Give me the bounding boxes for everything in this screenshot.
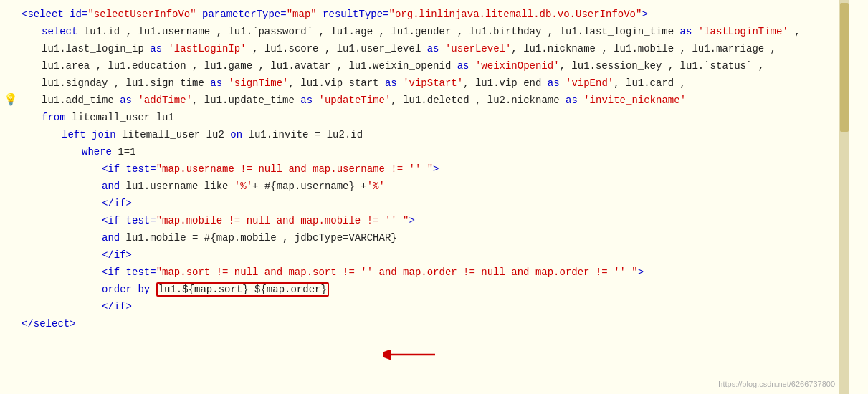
code-token: , lu1.update_time <box>192 95 300 106</box>
code-token: where <box>82 146 112 158</box>
code-token: 'signTime' <box>228 77 288 89</box>
code-token: `status` <box>704 60 752 72</box>
code-line: lu1.signday , lu1.sign_time as 'signTime… <box>0 75 849 92</box>
code-token: as <box>300 95 313 106</box>
line-content: <select id="selectUserInfoVo" parameterT… <box>22 6 849 22</box>
code-token: lu1.invite = lu2.id <box>242 129 363 140</box>
code-token: 'addTime' <box>138 95 192 106</box>
code-token: 'lastLoginIp' <box>168 43 246 54</box>
code-token: > <box>642 9 647 20</box>
line-content: <if test="map.username != null and map.u… <box>22 161 849 177</box>
code-token: as <box>566 95 578 106</box>
code-token: "map.mobile != null and map.mobile != ''… <box>156 215 409 226</box>
code-line: <if test="map.username != null and map.u… <box>0 160 849 178</box>
code-token: select <box>42 26 77 37</box>
code-line: </if> <box>0 298 849 315</box>
code-token: <if test= <box>102 266 156 278</box>
code-token <box>313 95 318 106</box>
line-content: and lu1.mobile = #{map.mobile , jdbcType… <box>22 230 849 246</box>
scrollbar-thumb[interactable] <box>840 3 849 132</box>
code-line: left join litemall_user lu2 on lu1.invit… <box>0 126 849 143</box>
line-content: <if test="map.mobile != null and map.mob… <box>22 213 849 229</box>
code-token: as <box>120 95 132 106</box>
line-content: <if test="map.sort != null and map.sort … <box>22 264 849 280</box>
line-content: </if> <box>22 247 849 263</box>
line-content: lu1.signday , lu1.sign_time as 'signTime… <box>22 75 849 91</box>
code-token: order by <box>102 284 156 295</box>
code-token <box>439 43 445 54</box>
line-content: </if> <box>22 299 849 314</box>
arrow-annotation <box>383 345 441 365</box>
code-token: </if> <box>102 301 132 312</box>
code-token: , lu1.vip_start <box>288 77 384 89</box>
code-token: lu1.username like <box>120 181 234 192</box>
code-line: select lu1.id , lu1.username , lu1.`pass… <box>0 23 849 40</box>
code-token: 'vipEnd' <box>566 77 614 89</box>
code-token: <if test= <box>102 215 156 226</box>
code-line: where 1=1 <box>0 143 849 160</box>
code-token: as <box>427 43 439 54</box>
code-line: </if> <box>0 195 849 212</box>
vertical-scrollbar[interactable] <box>839 0 849 394</box>
code-token: , lu1.card , <box>614 77 686 89</box>
code-token: lu1.add_time <box>42 95 120 106</box>
code-token: </if> <box>102 249 132 261</box>
code-token: 'weixinOpenid' <box>475 60 560 72</box>
code-token <box>578 95 583 106</box>
code-token: , <box>788 26 801 37</box>
line-content: and lu1.username like '%'+ #{map.usernam… <box>22 178 849 194</box>
line-content: from litemall_user lu1 <box>22 110 849 125</box>
code-token: as <box>150 43 162 54</box>
code-line: </select> <box>0 315 849 332</box>
code-token <box>560 77 566 89</box>
line-content: select lu1.id , lu1.username , lu1.`pass… <box>22 24 849 39</box>
code-line: from litemall_user lu1 <box>0 109 849 126</box>
code-token: + #{map.username} + <box>252 181 367 192</box>
code-token <box>469 60 475 72</box>
code-token: as <box>210 77 222 89</box>
code-token: `password` <box>252 26 313 37</box>
code-token: <select id= <box>22 9 87 20</box>
code-token: '%' <box>367 181 385 192</box>
code-token: as <box>548 77 560 89</box>
code-token: "map.sort != null and map.sort != '' and… <box>156 266 638 278</box>
code-token: lu1.last_login_ip <box>42 43 150 54</box>
line-content: lu1.add_time as 'addTime', lu1.update_ti… <box>22 92 849 108</box>
code-line: <if test="map.sort != null and map.sort … <box>0 264 849 281</box>
code-token: , <box>752 60 764 72</box>
line-content: lu1.last_login_ip as 'lastLoginIp' , lu1… <box>22 41 849 57</box>
code-token: 1=1 <box>112 146 136 158</box>
line-content: lu1.area , lu1.education , lu1.game , lu… <box>22 58 849 74</box>
code-token: lu1.area , lu1.education , lu1.game , lu… <box>42 60 457 72</box>
watermark: https://blog.csdn.net/6266737800 <box>718 380 835 388</box>
code-token: 'userLevel' <box>445 43 511 54</box>
code-token: 'vipStart' <box>403 77 463 89</box>
code-line: lu1.last_login_ip as 'lastLoginIp' , lu1… <box>0 40 849 57</box>
code-token: , lu1.vip_end <box>463 77 548 89</box>
code-token: and <box>102 181 120 192</box>
code-token: "map.username != null and map.username !… <box>156 163 433 175</box>
code-token: lu1.id , lu1.username , lu1. <box>77 26 252 37</box>
code-token: and <box>102 232 120 244</box>
line-gutter: 💡 <box>0 92 22 107</box>
highlighted-text: lu1.${map.sort} ${map.order} <box>156 282 329 297</box>
code-token: <if test= <box>102 163 156 175</box>
code-line: <if test="map.mobile != null and map.mob… <box>0 212 849 229</box>
code-token: 'lastLoginTime' <box>698 26 788 37</box>
code-line: and lu1.mobile = #{map.mobile , jdbcType… <box>0 229 849 246</box>
code-line: <select id="selectUserInfoVo" parameterT… <box>0 6 849 23</box>
code-line: and lu1.username like '%'+ #{map.usernam… <box>0 178 849 195</box>
code-line: 💡lu1.add_time as 'addTime', lu1.update_t… <box>0 92 849 109</box>
code-token: 'updateTime' <box>319 95 391 106</box>
code-token: parameterType= <box>196 9 287 20</box>
bulb-icon: 💡 <box>4 92 18 107</box>
code-token: , lu1.age , lu1.gender , lu1.birthday , … <box>313 26 679 37</box>
code-token: > <box>433 163 439 175</box>
code-token: on <box>230 129 242 140</box>
code-token: , lu1.nickname , lu1.mobile , lu1.marria… <box>511 43 776 54</box>
line-content: </if> <box>22 196 849 211</box>
code-token: lu1.signday , lu1.sign_time <box>42 77 210 89</box>
code-token: "org.linlinjava.litemall.db.vo.UserInfoV… <box>389 9 642 20</box>
code-token: , lu1.score , lu1.user_level <box>247 43 427 54</box>
code-token: '%' <box>234 181 252 192</box>
